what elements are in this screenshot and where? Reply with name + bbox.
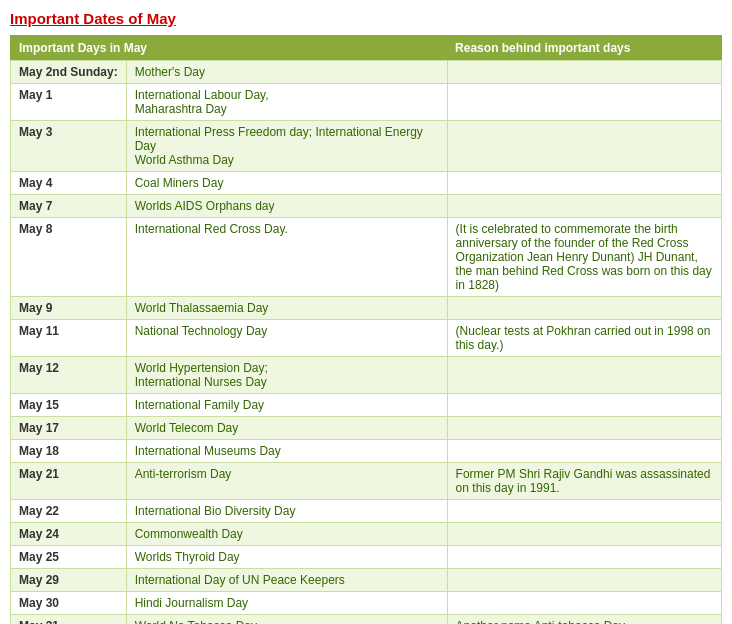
important-dates-table: Important Days in May Reason behind impo… [10, 35, 722, 624]
cell-date: May 12 [11, 357, 127, 394]
cell-reason [447, 523, 721, 546]
cell-reason: Another name Anti-tobacco Day [447, 615, 721, 625]
cell-event: Mother's Day [126, 61, 447, 84]
cell-date: May 2nd Sunday: [11, 61, 127, 84]
cell-date: May 8 [11, 218, 127, 297]
table-row: May 4Coal Miners Day [11, 172, 722, 195]
cell-event: World Hypertension Day;International Nur… [126, 357, 447, 394]
cell-reason [447, 592, 721, 615]
cell-event: Worlds AIDS Orphans day [126, 195, 447, 218]
table-row: May 25Worlds Thyroid Day [11, 546, 722, 569]
cell-date: May 7 [11, 195, 127, 218]
cell-event: Worlds Thyroid Day [126, 546, 447, 569]
cell-reason [447, 121, 721, 172]
cell-date: May 18 [11, 440, 127, 463]
table-row: May 22International Bio Diversity Day [11, 500, 722, 523]
header-days: Important Days in May [11, 36, 448, 61]
cell-event: International Museums Day [126, 440, 447, 463]
table-row: May 11National Technology Day(Nuclear te… [11, 320, 722, 357]
cell-event: International Labour Day,Maharashtra Day [126, 84, 447, 121]
cell-event: World Thalassaemia Day [126, 297, 447, 320]
cell-reason [447, 297, 721, 320]
cell-event: National Technology Day [126, 320, 447, 357]
table-row: May 7Worlds AIDS Orphans day [11, 195, 722, 218]
cell-reason [447, 569, 721, 592]
cell-event: International Press Freedom day; Interna… [126, 121, 447, 172]
table-row: May 18International Museums Day [11, 440, 722, 463]
cell-event: World No Tobacco Day [126, 615, 447, 625]
cell-event: Commonwealth Day [126, 523, 447, 546]
cell-date: May 17 [11, 417, 127, 440]
cell-reason [447, 195, 721, 218]
table-row: May 8International Red Cross Day.(It is … [11, 218, 722, 297]
table-row: May 12World Hypertension Day;Internation… [11, 357, 722, 394]
cell-date: May 9 [11, 297, 127, 320]
cell-reason: Former PM Shri Rajiv Gandhi was assassin… [447, 463, 721, 500]
table-row: May 2nd Sunday:Mother's Day [11, 61, 722, 84]
cell-reason: (Nuclear tests at Pokhran carried out in… [447, 320, 721, 357]
cell-date: May 24 [11, 523, 127, 546]
cell-reason [447, 357, 721, 394]
cell-event: International Bio Diversity Day [126, 500, 447, 523]
cell-reason [447, 394, 721, 417]
table-row: May 3International Press Freedom day; In… [11, 121, 722, 172]
cell-date: May 25 [11, 546, 127, 569]
cell-date: May 31 [11, 615, 127, 625]
cell-event: International Red Cross Day. [126, 218, 447, 297]
table-row: May 31World No Tobacco DayAnother name A… [11, 615, 722, 625]
cell-event: International Day of UN Peace Keepers [126, 569, 447, 592]
cell-event: Hindi Journalism Day [126, 592, 447, 615]
cell-event: Coal Miners Day [126, 172, 447, 195]
cell-reason [447, 546, 721, 569]
cell-reason [447, 84, 721, 121]
table-row: May 29International Day of UN Peace Keep… [11, 569, 722, 592]
cell-reason [447, 172, 721, 195]
cell-event: International Family Day [126, 394, 447, 417]
cell-date: May 29 [11, 569, 127, 592]
cell-reason [447, 440, 721, 463]
page-title: Important Dates of May [10, 10, 722, 27]
cell-reason: (It is celebrated to commemorate the bir… [447, 218, 721, 297]
table-row: May 9World Thalassaemia Day [11, 297, 722, 320]
cell-date: May 30 [11, 592, 127, 615]
cell-date: May 4 [11, 172, 127, 195]
table-row: May 15International Family Day [11, 394, 722, 417]
table-row: May 21Anti-terrorism DayFormer PM Shri R… [11, 463, 722, 500]
cell-reason [447, 500, 721, 523]
table-row: May 17World Telecom Day [11, 417, 722, 440]
cell-date: May 1 [11, 84, 127, 121]
cell-reason [447, 417, 721, 440]
cell-reason [447, 61, 721, 84]
header-reason: Reason behind important days [447, 36, 721, 61]
cell-event: World Telecom Day [126, 417, 447, 440]
cell-event: Anti-terrorism Day [126, 463, 447, 500]
table-row: May 30Hindi Journalism Day [11, 592, 722, 615]
table-row: May 1International Labour Day,Maharashtr… [11, 84, 722, 121]
cell-date: May 3 [11, 121, 127, 172]
cell-date: May 21 [11, 463, 127, 500]
table-row: May 24Commonwealth Day [11, 523, 722, 546]
cell-date: May 22 [11, 500, 127, 523]
cell-date: May 15 [11, 394, 127, 417]
cell-date: May 11 [11, 320, 127, 357]
